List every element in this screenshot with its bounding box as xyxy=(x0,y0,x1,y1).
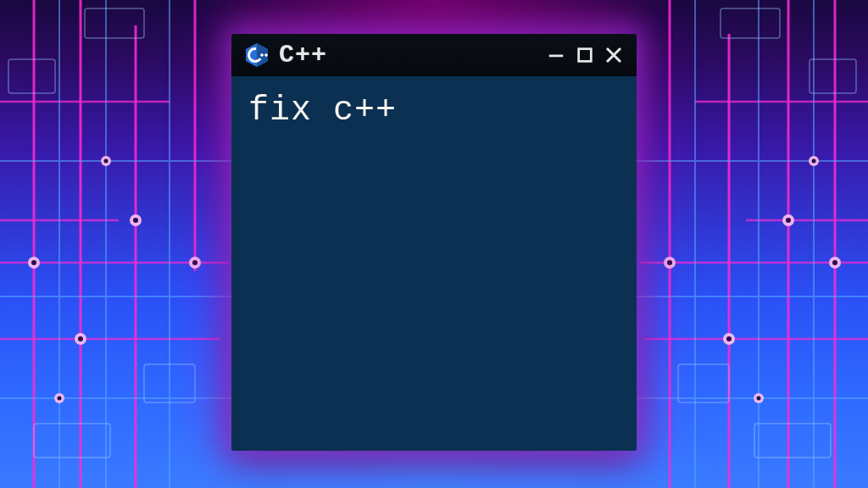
window-title: C++ xyxy=(279,41,545,69)
svg-rect-53 xyxy=(34,424,110,458)
svg-point-29 xyxy=(130,214,142,226)
window-controls xyxy=(545,44,625,66)
svg-point-41 xyxy=(54,393,64,403)
svg-point-40 xyxy=(832,260,837,265)
svg-rect-49 xyxy=(8,59,55,93)
svg-rect-55 xyxy=(85,8,144,38)
svg-rect-50 xyxy=(144,364,195,402)
svg-point-25 xyxy=(28,257,40,269)
cpp-logo-icon xyxy=(243,42,270,69)
svg-point-31 xyxy=(189,257,201,269)
svg-point-37 xyxy=(782,214,794,226)
svg-point-28 xyxy=(78,336,83,341)
svg-rect-52 xyxy=(678,364,729,402)
svg-point-48 xyxy=(812,159,816,164)
svg-point-34 xyxy=(667,260,672,265)
svg-point-42 xyxy=(58,396,62,401)
maximize-button[interactable] xyxy=(574,44,596,66)
svg-point-32 xyxy=(192,260,198,265)
minimize-button[interactable] xyxy=(545,44,567,66)
svg-point-36 xyxy=(726,336,732,341)
titlebar[interactable]: C++ xyxy=(231,34,637,76)
svg-rect-65 xyxy=(579,48,592,61)
svg-point-39 xyxy=(829,257,841,269)
svg-point-27 xyxy=(75,333,86,345)
svg-point-30 xyxy=(133,218,138,223)
svg-point-43 xyxy=(754,393,764,403)
svg-rect-56 xyxy=(721,8,780,38)
svg-rect-54 xyxy=(754,424,831,458)
svg-rect-51 xyxy=(810,59,856,93)
svg-point-47 xyxy=(809,156,819,166)
svg-point-46 xyxy=(104,159,108,164)
svg-point-38 xyxy=(786,218,791,223)
svg-point-33 xyxy=(664,257,676,269)
svg-point-45 xyxy=(101,156,111,166)
terminal-content[interactable]: fix c++ xyxy=(231,76,637,451)
svg-point-26 xyxy=(31,260,36,265)
terminal-line: fix c++ xyxy=(248,92,620,130)
svg-point-44 xyxy=(757,396,761,401)
svg-point-35 xyxy=(723,333,735,345)
app-window: C++ fix c++ xyxy=(231,34,637,451)
close-button[interactable] xyxy=(603,44,625,66)
